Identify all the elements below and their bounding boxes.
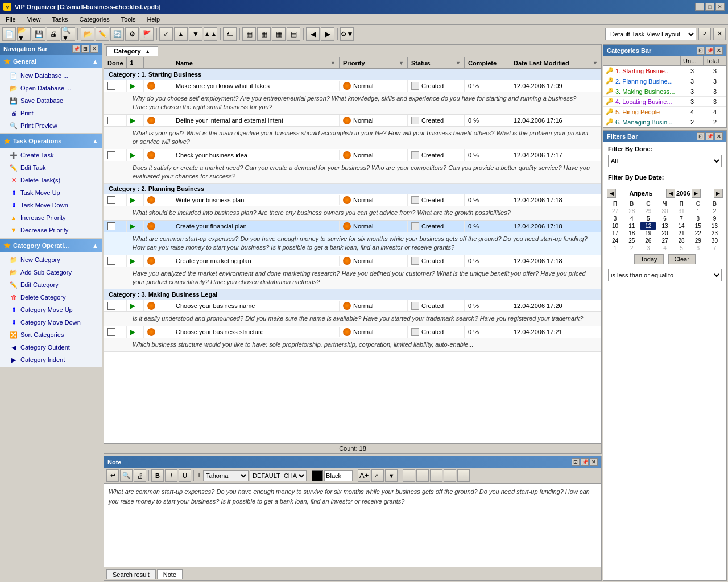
nav-right-button[interactable]: ▶: [321, 27, 334, 41]
cal-day[interactable]: 29: [640, 207, 656, 215]
cal-day[interactable]: 30: [706, 237, 723, 244]
search-result-tab[interactable]: Search result: [106, 569, 156, 579]
filters-close-button[interactable]: ✕: [715, 132, 723, 140]
note-list-button[interactable]: ≡: [444, 469, 456, 482]
nav-save-database[interactable]: 💾 Save Database: [0, 94, 102, 107]
cal-day[interactable]: 23: [706, 230, 723, 237]
cal-day[interactable]: 7: [673, 215, 690, 222]
done-checkbox[interactable]: [107, 222, 115, 230]
nav-open-database[interactable]: 📂 Open Database ...: [0, 82, 102, 94]
note-close-button[interactable]: ✕: [590, 458, 598, 466]
done-checkbox[interactable]: [107, 196, 115, 204]
note-font-increase-button[interactable]: A+: [358, 469, 370, 482]
filters-pin-button[interactable]: 📌: [706, 132, 714, 140]
nav-left-button[interactable]: ◀: [306, 27, 320, 41]
cal-day[interactable]: 18: [623, 230, 640, 237]
cal-next-month-button[interactable]: ▶: [714, 189, 723, 198]
done-checkbox[interactable]: [107, 117, 115, 124]
cal-today[interactable]: 12: [640, 222, 656, 230]
cal-day[interactable]: 1: [607, 244, 623, 252]
cal-day[interactable]: 9: [706, 215, 723, 222]
list-item[interactable]: 🔑 6. Managing Busin... 2 2: [603, 117, 726, 127]
cal-day[interactable]: 2: [706, 207, 723, 215]
filter-done-select[interactable]: All: [608, 155, 722, 167]
nav-delete-category[interactable]: 🗑 Delete Category: [0, 291, 102, 304]
cal-day[interactable]: 20: [656, 230, 673, 237]
menu-help[interactable]: Help: [143, 15, 163, 24]
up-button[interactable]: ▲: [174, 27, 188, 41]
layout-close-button[interactable]: ✕: [713, 28, 726, 40]
cal-day[interactable]: 31: [673, 207, 690, 215]
nav-cat-move-up[interactable]: ⬆ Category Move Up: [0, 304, 102, 316]
maximize-button[interactable]: □: [705, 3, 714, 11]
nav-edit-category[interactable]: ✏️ Edit Category: [0, 278, 102, 291]
cal-day[interactable]: 5: [673, 244, 690, 252]
minimize-button[interactable]: ─: [695, 3, 704, 11]
list-item[interactable]: 🔑 5. Hiring People 4 4: [603, 107, 726, 117]
new-button[interactable]: 📄: [2, 27, 16, 41]
flag-button[interactable]: 🚩: [140, 27, 154, 41]
check-button[interactable]: ✓: [159, 27, 173, 41]
cal-day[interactable]: 2: [623, 244, 640, 252]
nav-increase-priority[interactable]: ▲ Increase Priority: [0, 211, 102, 224]
menu-view[interactable]: View: [24, 15, 44, 24]
note-tab[interactable]: Note: [157, 569, 183, 579]
cal-prev-month-button[interactable]: ◀: [607, 189, 616, 198]
note-color-input[interactable]: [324, 470, 353, 481]
nav-cat-outdent[interactable]: ◀ Category Outdent: [0, 341, 102, 354]
cal-day[interactable]: 30: [656, 207, 673, 215]
catbar-close-button[interactable]: ✕: [715, 47, 723, 55]
nav-cat-move-down[interactable]: ⬇ Category Move Down: [0, 316, 102, 329]
task-table-wrapper[interactable]: Done ℹ Name▼ Priority▼ Status▼ Complete …: [104, 57, 601, 443]
cal-day[interactable]: 28: [623, 207, 640, 215]
list-item[interactable]: 🔑 3. Making Business... 3 3: [603, 86, 726, 97]
catbar-float-button[interactable]: ⊡: [697, 47, 705, 55]
properties-button[interactable]: ⚙: [125, 27, 139, 41]
save-button[interactable]: 💾: [32, 27, 46, 41]
nav-float-button[interactable]: ⊞: [81, 45, 89, 53]
col4-button[interactable]: ▤: [287, 27, 300, 41]
menu-tasks[interactable]: Tasks: [48, 15, 71, 24]
nav-edit-task[interactable]: ✏️ Edit Task: [0, 161, 102, 174]
nav-pin-button[interactable]: 📌: [72, 45, 80, 53]
cal-day[interactable]: 14: [673, 222, 690, 230]
note-print-button[interactable]: 🖨: [134, 469, 146, 482]
nav-delete-task[interactable]: ✕ Delete Task(s): [0, 174, 102, 186]
note-more-button[interactable]: ⋯: [457, 469, 470, 482]
filter-button[interactable]: 🏷: [223, 27, 237, 41]
cal-day[interactable]: 17: [607, 230, 623, 237]
th-complete[interactable]: Complete: [465, 57, 510, 68]
table-row[interactable]: ▶ Create your financial plan Normal Crea…: [104, 221, 601, 232]
table-row[interactable]: ▶ Check your business idea Normal Create…: [104, 149, 601, 161]
cal-day[interactable]: 4: [623, 215, 640, 222]
nav-decrease-priority[interactable]: ▼ Decrease Priority: [0, 224, 102, 236]
cal-day[interactable]: 19: [640, 230, 656, 237]
edit-button[interactable]: ✏️: [96, 27, 109, 41]
nav-close-button[interactable]: ✕: [90, 45, 98, 53]
table-row[interactable]: ▶ Create your marketing plan Normal Crea…: [104, 255, 601, 267]
task-ops-header[interactable]: ★ Task Operations ▲: [0, 134, 102, 148]
print-preview-button[interactable]: 🔍▼: [61, 27, 75, 41]
catbar-pin-button[interactable]: 📌: [706, 47, 714, 55]
nav-cat-indent[interactable]: ▶ Category Indent: [0, 354, 102, 366]
filter-comparison-select[interactable]: is less than or equal to: [608, 269, 722, 281]
cal-day[interactable]: 21: [673, 230, 690, 237]
list-item[interactable]: 🔑 2. Planning Busine... 3 3: [603, 76, 726, 86]
done-checkbox[interactable]: [107, 82, 115, 90]
table-row[interactable]: ▶ Write your business plan Normal Create…: [104, 194, 601, 206]
close-button[interactable]: ✕: [715, 3, 725, 11]
nav-create-task[interactable]: ➕ Create Task: [0, 149, 102, 161]
done-checkbox[interactable]: [107, 328, 115, 336]
col2-button[interactable]: ▦: [257, 27, 271, 41]
cal-day[interactable]: 16: [706, 222, 723, 230]
nav-task-move-up[interactable]: ⬆ Task Move Up: [0, 186, 102, 199]
cal-day[interactable]: 24: [607, 237, 623, 244]
cal-day[interactable]: 11: [623, 222, 640, 230]
col3-button[interactable]: ▦: [272, 27, 286, 41]
table-row[interactable]: ▶ Define your internal and external inte…: [104, 115, 601, 127]
open-db-button[interactable]: 📂: [81, 27, 94, 41]
note-search-button[interactable]: 🔍: [120, 469, 133, 482]
table-row[interactable]: ▶ Choose your business name Normal Creat…: [104, 300, 601, 312]
note-undo-button[interactable]: ↩: [106, 469, 119, 482]
cal-next-year-button[interactable]: ▶: [692, 189, 701, 198]
